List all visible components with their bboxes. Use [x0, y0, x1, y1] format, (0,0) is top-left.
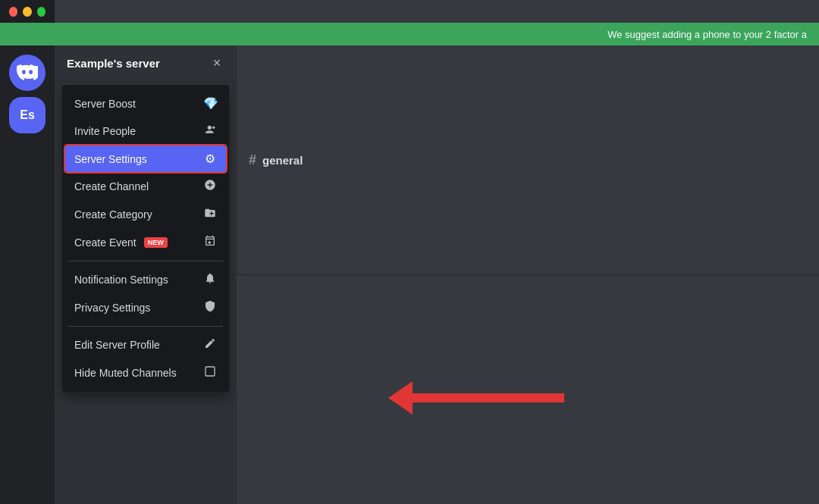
icon-bar: Es: [0, 45, 55, 504]
channel-header: # general: [237, 45, 819, 275]
menu-item-create-channel[interactable]: Create Channel: [65, 173, 226, 200]
edit-server-profile-icon: [203, 337, 217, 352]
menu-item-server-boost[interactable]: Server Boost 💎: [65, 90, 226, 117]
server-avatar[interactable]: Es: [9, 97, 46, 133]
arrow-indicator: [388, 381, 564, 415]
server-panel: Example's server × Server Boost 💎 Invite…: [55, 45, 237, 504]
notification-text: We suggest adding a phone to your 2 fact…: [607, 29, 807, 40]
channel-hash-icon: #: [249, 152, 256, 168]
server-boost-icon: 💎: [203, 96, 217, 111]
traffic-lights: [0, 0, 55, 23]
menu-item-privacy-settings[interactable]: Privacy Settings: [65, 294, 226, 321]
menu-item-server-boost-label: Server Boost: [74, 98, 136, 110]
menu-item-privacy-settings-label: Privacy Settings: [74, 302, 150, 314]
traffic-light-green[interactable]: [37, 7, 46, 17]
privacy-settings-label: Privacy Settings: [74, 302, 150, 314]
notification-bar: We suggest adding a phone to your 2 fact…: [0, 23, 819, 45]
close-button[interactable]: ×: [209, 56, 224, 71]
server-header: Example's server ×: [55, 45, 237, 82]
create-channel-icon: [203, 179, 217, 194]
notification-settings-label: Notification Settings: [74, 274, 168, 286]
new-badge: NEW: [144, 237, 168, 248]
server-boost-label: Server Boost: [74, 98, 136, 110]
menu-item-edit-server-profile[interactable]: Edit Server Profile: [65, 331, 226, 358]
main-layout: Es Example's server × Server Boost 💎 Inv…: [0, 45, 819, 504]
privacy-settings-icon: [203, 300, 217, 315]
hide-muted-channels-icon: [203, 365, 217, 380]
svg-rect-0: [206, 367, 215, 376]
menu-item-notification-settings[interactable]: Notification Settings: [65, 266, 226, 293]
traffic-light-yellow[interactable]: [23, 7, 31, 17]
menu-item-invite-people-label: Invite People: [74, 125, 136, 137]
edit-server-profile-label: Edit Server Profile: [74, 339, 160, 351]
traffic-light-red[interactable]: [9, 7, 17, 17]
content-area: # general: [237, 45, 819, 504]
menu-item-edit-server-profile-label: Edit Server Profile: [74, 339, 160, 351]
menu-item-create-category[interactable]: Create Category: [65, 201, 226, 228]
server-title: Example's server: [67, 57, 160, 70]
menu-item-notification-settings-label: Notification Settings: [74, 274, 168, 286]
invite-people-icon: [203, 124, 217, 139]
create-event-icon: [203, 235, 217, 250]
titlebar-row: [0, 0, 819, 23]
create-channel-label: Create Channel: [74, 180, 149, 193]
arrow-head: [388, 381, 413, 415]
channel-name: general: [262, 154, 303, 167]
context-menu: Server Boost 💎 Invite People Server Sett…: [62, 85, 229, 392]
menu-item-hide-muted-channels[interactable]: Hide Muted Channels: [65, 359, 226, 387]
notification-settings-icon: [203, 272, 217, 287]
discord-logo[interactable]: [9, 55, 46, 91]
menu-item-server-settings-label: Server Settings: [74, 153, 147, 165]
create-category-icon: [203, 207, 217, 222]
menu-item-hide-muted-channels-label: Hide Muted Channels: [74, 367, 177, 379]
invite-people-label: Invite People: [74, 125, 136, 137]
server-settings-icon: ⚙: [203, 152, 217, 166]
create-category-label: Create Category: [74, 208, 152, 221]
menu-item-create-event[interactable]: Create Event NEW: [65, 229, 226, 256]
menu-item-invite-people[interactable]: Invite People: [65, 117, 226, 145]
menu-divider-1: [68, 261, 223, 261]
server-settings-label: Server Settings: [74, 153, 147, 165]
hide-muted-channels-label: Hide Muted Channels: [74, 367, 177, 379]
titlebar-spacer: [55, 0, 819, 23]
menu-divider-2: [68, 326, 223, 327]
menu-item-create-event-label: Create Event NEW: [74, 236, 168, 249]
chat-area: [237, 275, 819, 504]
create-event-label: Create Event: [74, 236, 136, 249]
menu-item-create-category-label: Create Category: [74, 208, 152, 221]
arrow-body: [413, 393, 564, 402]
menu-item-server-settings[interactable]: Server Settings ⚙: [65, 146, 226, 172]
menu-item-create-channel-label: Create Channel: [74, 180, 149, 193]
